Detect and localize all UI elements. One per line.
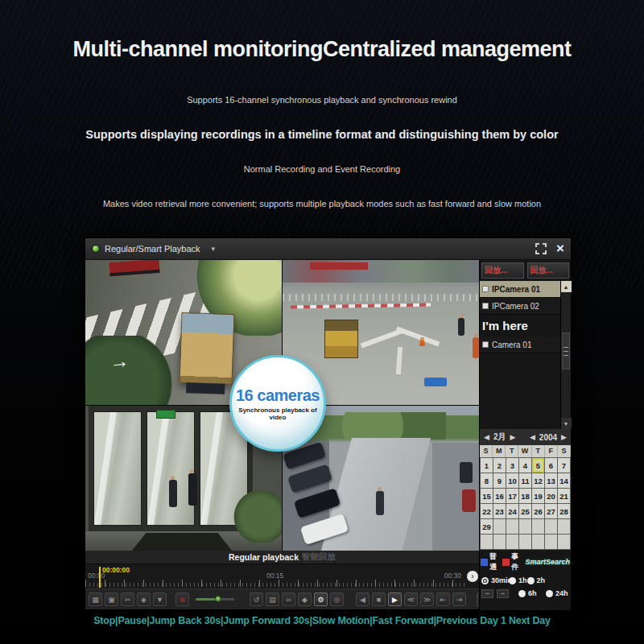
slow-button[interactable]: ≪ xyxy=(404,592,418,606)
calendar-day[interactable]: 20 xyxy=(545,489,557,503)
calendar-day[interactable]: 7 xyxy=(558,458,570,473)
calendar-day[interactable]: 10 xyxy=(506,473,518,488)
day-of-week-label: S xyxy=(558,445,571,457)
calendar-day[interactable] xyxy=(558,535,570,549)
calendar-day[interactable]: 12 xyxy=(532,473,544,488)
display-mode-button[interactable]: ▦ xyxy=(89,592,102,606)
copy-button[interactable]: ▤ xyxy=(266,592,279,606)
timeline-scroll-next-button[interactable]: › xyxy=(467,571,478,582)
duration-option[interactable]: 2h xyxy=(527,576,546,584)
clip-button[interactable]: ▣ xyxy=(105,592,118,606)
calendar-day[interactable]: 14 xyxy=(558,473,570,488)
calendar-day[interactable]: 25 xyxy=(519,504,531,518)
calendar-day[interactable]: 1 xyxy=(481,458,493,473)
duration-option[interactable]: 24h xyxy=(546,589,568,597)
calendar-day[interactable]: 19 xyxy=(532,489,544,503)
filter-button[interactable]: ▼ xyxy=(153,592,167,606)
calendar-day[interactable]: 23 xyxy=(493,504,506,518)
calendar-day[interactable]: 11 xyxy=(519,473,531,488)
calendar-day[interactable]: 27 xyxy=(545,504,557,518)
next-month-button[interactable]: ▶ xyxy=(507,433,518,441)
fullscreen-icon[interactable] xyxy=(535,243,547,254)
calendar-day[interactable]: 15 xyxy=(481,489,493,503)
calendar-day[interactable]: 28 xyxy=(558,504,570,518)
calendar-day[interactable]: 17 xyxy=(506,489,518,503)
calendar-day[interactable] xyxy=(532,519,544,534)
scrollbar-track[interactable] xyxy=(561,292,572,418)
calendar-day[interactable] xyxy=(519,519,531,534)
calendar-day[interactable]: 8 xyxy=(481,473,493,488)
cut-button[interactable]: ✂ xyxy=(121,592,134,606)
timeline-cursor[interactable] xyxy=(99,567,101,588)
scroll-up-icon[interactable]: ▴ xyxy=(561,281,572,292)
zoom-out-button[interactable]: − xyxy=(481,589,493,598)
calendar-day[interactable] xyxy=(532,535,544,549)
calendar-day[interactable]: 4 xyxy=(519,458,531,473)
calendar-day[interactable]: 21 xyxy=(558,489,570,503)
save-clip-button[interactable]: ◆ xyxy=(298,592,312,606)
playback-query-button[interactable]: 回放... xyxy=(527,262,570,279)
playback-query-button[interactable]: 回放... xyxy=(481,262,524,279)
reverse-clip-button[interactable]: ↺ xyxy=(250,592,263,606)
zoom-out-button[interactable]: − xyxy=(497,589,509,598)
calendar-day[interactable] xyxy=(481,535,493,549)
calendar-day[interactable] xyxy=(545,535,557,549)
calendar-day[interactable]: 22 xyxy=(481,504,493,518)
calendar-day[interactable] xyxy=(545,519,557,534)
duration-option[interactable]: 1h xyxy=(509,576,527,584)
camera-checkbox[interactable] xyxy=(482,286,489,292)
duration-option[interactable]: 30mins xyxy=(481,576,509,584)
calendar-day[interactable] xyxy=(506,535,518,549)
calendar-day[interactable]: 3 xyxy=(506,458,518,473)
calendar-day[interactable]: 18 xyxy=(519,489,531,503)
calendar-day[interactable] xyxy=(519,535,531,549)
link-button[interactable]: ∞ xyxy=(282,592,295,606)
camera-list-item[interactable]: IPCamera 01 xyxy=(480,281,560,298)
timeline-ruler[interactable] xyxy=(85,580,466,587)
calendar-day[interactable] xyxy=(558,519,570,534)
volume-slider[interactable] xyxy=(196,598,234,601)
calendar-day[interactable]: 5 xyxy=(532,458,544,473)
settings-button[interactable]: ⚙ xyxy=(314,592,328,606)
timeline[interactable]: 00:00 00:15 00:30 00:00:00 › xyxy=(85,564,479,588)
fast-button[interactable]: ≫ xyxy=(420,592,434,606)
radio-icon xyxy=(546,590,553,597)
calendar-day[interactable]: 13 xyxy=(545,473,557,488)
prev-month-button[interactable]: ◀ xyxy=(481,433,492,441)
calendar-day[interactable]: 16 xyxy=(493,489,506,503)
camera-list-item[interactable]: IPCamera 02 xyxy=(480,298,560,315)
calendar-day[interactable] xyxy=(493,519,506,534)
next-year-button[interactable]: ▶ xyxy=(559,433,569,441)
stop-button[interactable]: ■ xyxy=(372,592,386,606)
close-icon[interactable]: × xyxy=(556,243,564,254)
calendar-day[interactable]: 6 xyxy=(545,458,557,473)
calendar-day[interactable] xyxy=(493,535,506,549)
prev-year-button[interactable]: ◀ xyxy=(527,433,538,441)
volume-knob[interactable] xyxy=(215,596,221,602)
calendar-day[interactable]: 2 xyxy=(493,458,506,473)
step-forward-button[interactable]: ⇥ xyxy=(452,592,466,606)
parked-car xyxy=(462,489,476,512)
camera-list-item[interactable]: Camera 01 xyxy=(480,336,560,353)
reverse-button[interactable]: ◀ xyxy=(356,592,369,606)
calendar-day[interactable]: 9 xyxy=(493,473,506,488)
video-grid: → xyxy=(85,260,479,551)
calendar-day[interactable]: 26 xyxy=(532,504,544,518)
mute-button[interactable]: ⊗ xyxy=(175,592,189,606)
calendar-day[interactable]: 24 xyxy=(506,504,518,518)
calendar-day[interactable]: 29 xyxy=(481,519,493,534)
camera-checkbox[interactable] xyxy=(482,303,489,309)
camera-list-item[interactable]: I'm here xyxy=(480,315,560,336)
scrollbar-thumb[interactable] xyxy=(562,332,570,369)
camera-checkbox[interactable] xyxy=(482,341,489,348)
calendar-day[interactable] xyxy=(506,519,518,534)
smart-search-button[interactable]: ◎ xyxy=(330,592,344,606)
playback-caption: Regular playback 智能回放 xyxy=(85,551,479,564)
tag-button[interactable]: ◈ xyxy=(137,592,151,606)
chevron-down-icon[interactable]: ▾ xyxy=(212,245,216,253)
step-back-button[interactable]: ⇤ xyxy=(436,592,450,606)
play-button[interactable]: ▶ xyxy=(388,592,402,606)
duration-option[interactable]: 6h xyxy=(518,589,546,597)
scroll-down-icon[interactable]: ▾ xyxy=(561,418,572,429)
timeline-tick-label: 00:30 xyxy=(444,572,461,580)
